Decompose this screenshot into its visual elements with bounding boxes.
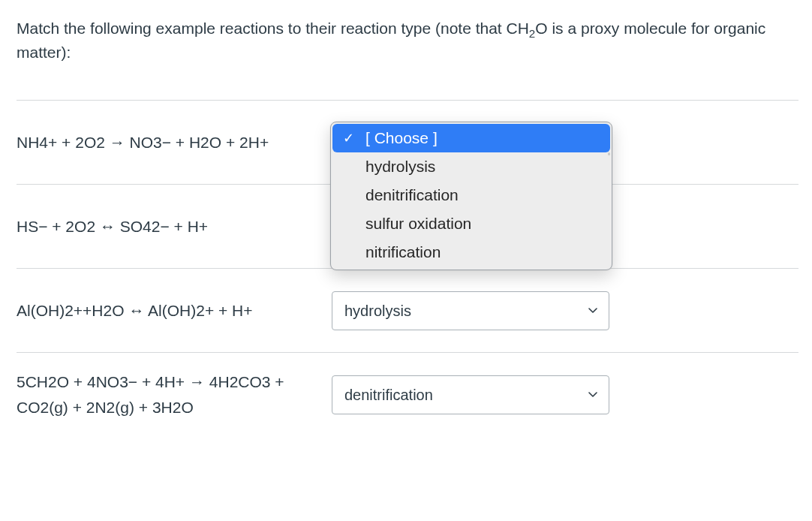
dropdown-option-label: hydrolysis bbox=[365, 155, 435, 179]
prompt-part-1: Match the following example reactions to… bbox=[17, 20, 529, 37]
dropdown-option-label: nitrification bbox=[365, 240, 441, 264]
dropdown-option-choose[interactable]: ✓ [ Choose ] bbox=[332, 124, 610, 152]
prompt-subscript: 2 bbox=[529, 27, 535, 40]
dropdown-option-label: sulfur oxidation bbox=[365, 212, 471, 236]
match-row: Al(OH)2++H2O ↔ Al(OH)2+ + H+ hydrolysis bbox=[17, 269, 798, 353]
reaction-text: 5CH2O + 4NO3− + 4H+ → 4H2CO3 + CO2(g) + … bbox=[17, 369, 332, 420]
dropdown-option-label: denitrification bbox=[365, 183, 459, 207]
select-value: hydrolysis bbox=[344, 300, 411, 322]
reaction-text: Al(OH)2++H2O ↔ Al(OH)2+ + H+ bbox=[17, 298, 332, 324]
reaction-text: HS− + 2O2 ↔ SO42− + H+ bbox=[17, 214, 332, 239]
dropdown-option-hydrolysis[interactable]: hydrolysis bbox=[332, 152, 610, 181]
dropdown-option-sulfur-oxidation[interactable]: sulfur oxidation bbox=[332, 209, 610, 238]
reaction-text: NH4+ + 2O2 → NO3− + H2O + 2H+ bbox=[17, 130, 332, 155]
match-row: 5CH2O + 4NO3− + 4H+ → 4H2CO3 + CO2(g) + … bbox=[17, 353, 798, 437]
dropdown-scroll-hint bbox=[608, 152, 610, 155]
dropdown-option-label: [ Choose ] bbox=[365, 126, 438, 150]
dropdown-option-nitrification[interactable]: nitrification bbox=[332, 238, 610, 267]
question-prompt: Match the following example reactions to… bbox=[17, 17, 798, 64]
matching-area: NH4+ + 2O2 → NO3− + H2O + 2H+ [ Choose ]… bbox=[17, 100, 798, 437]
answer-cell: hydrolysis bbox=[332, 291, 609, 330]
dropdown-option-denitrification[interactable]: denitrification bbox=[332, 181, 610, 209]
select-value: denitrification bbox=[344, 384, 433, 406]
answer-select[interactable]: hydrolysis bbox=[332, 291, 609, 330]
chevron-down-icon bbox=[588, 306, 598, 316]
answer-cell: denitrification bbox=[332, 375, 609, 414]
match-row: NH4+ + 2O2 → NO3− + H2O + 2H+ [ Choose ]… bbox=[17, 101, 798, 185]
check-icon: ✓ bbox=[343, 128, 354, 148]
answer-dropdown-open: ✓ [ Choose ] hydrolysis denitrification … bbox=[330, 122, 612, 270]
answer-cell: [ Choose ] ✓ [ Choose ] hydrolysis denit… bbox=[332, 123, 609, 162]
answer-select[interactable]: denitrification bbox=[332, 375, 609, 414]
chevron-down-icon bbox=[588, 390, 598, 400]
